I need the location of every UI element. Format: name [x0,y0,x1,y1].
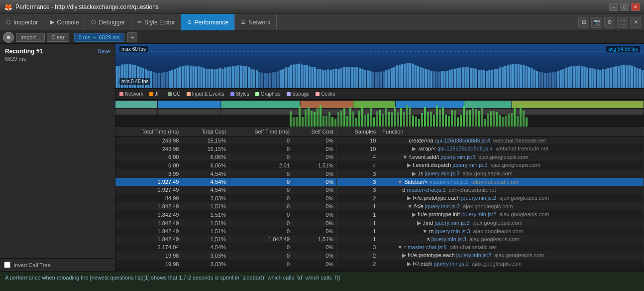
settings-button[interactable]: ⚙ [604,17,615,28]
tab-debugger-label: Debugger [99,19,125,26]
cell-self-cost: 1,51% [293,161,337,169]
file-link[interactable]: qui-126d38cdd8d6.js:4 [435,138,490,144]
timeline-chart[interactable]: max 60 fps min 0.46 fps avg 54.58 fps [115,44,644,89]
maximize-button[interactable]: □ [620,3,629,11]
cell-samples: 2 [337,260,379,268]
file-link[interactable]: qui-126d38cdd8d6.js:4 [437,146,493,151]
cell-function[interactable]: s jquery.min.js:3ajax.googleapis.com [379,235,644,243]
clear-button[interactable]: Clear [47,33,69,42]
expand-arrow[interactable]: ▼ [397,244,403,250]
expand-arrow[interactable]: ▶ [417,220,421,226]
table-row[interactable]: 243,9815,15%00%10▶.wrap/< qui-126d38cdd8… [115,145,644,153]
file-link[interactable]: jquery.min.js:3 [431,236,466,242]
expand-arrow[interactable]: ▶ [412,211,416,217]
tab-style-editor[interactable]: ✏ Style Editor [131,14,181,30]
cell-function[interactable]: ▶.wrap/< qui-126d38cdd8d6.js:4webchat.fr… [379,145,644,153]
file-link[interactable]: jquery.min.js:2 [425,203,460,209]
file-link[interactable]: jquery.min.js:2 [434,261,469,267]
file-link[interactable]: jquery.min.js:3 [440,154,475,160]
flame-chart[interactable] [115,100,644,127]
cell-function[interactable]: .create/</a qui-126d38cdd8d6.js:4webchat… [379,137,644,145]
expand-arrow[interactable]: ▼ [397,179,403,185]
record-button[interactable]: ⏺ [3,32,14,43]
expand-arrow[interactable]: ▶ [412,146,416,151]
expand-arrow[interactable]: ▼ [402,154,408,160]
file-link[interactable]: master-chat.js:1 [429,179,468,185]
col-function[interactable]: Function [379,127,644,137]
table-row[interactable]: 19,983,03%00%2▶f</e.prototype.each jquer… [115,251,644,260]
close-devtools-button[interactable]: ✕ [630,17,641,28]
call-tree-table[interactable]: Total Time (ms) Total Cost Self Time (ms… [115,127,644,271]
cell-function[interactable]: ▶f</e.prototype.init jquery.min.js:2ajax… [379,210,644,219]
table-row[interactable]: 1.842,491,51%00%1▶.find jquery.min.js:3a… [115,219,644,227]
file-link[interactable]: jquery.min.js:2 [456,252,491,258]
col-samples[interactable]: Samples [337,127,379,137]
tab-performance[interactable]: ⊙ Performance [181,14,235,30]
cell-function[interactable]: ▼f</e jquery.min.js:2ajax.googleapis.com [379,202,644,210]
file-link[interactable]: jquery.min.js:3 [452,162,487,168]
table-row[interactable]: 1.842,491,51%1.842,491,51%1s jquery.min.… [115,235,644,243]
expand-arrow[interactable]: ▶ [402,252,406,258]
table-row[interactable]: 243,9815,15%00%10.create/</a qui-126d38c… [115,137,644,145]
cell-function[interactable]: ▶f</.each jquery.min.js:2ajax.googleapis… [379,260,644,268]
cell-function[interactable]: ▶f</e.prototype.each jquery.min.js:2ajax… [379,251,644,260]
table-row[interactable]: 1.842,491,51%00%1▶f</e.prototype.init jq… [115,210,644,219]
cell-function[interactable]: ▶f</e.prototype.each jquery.min.js:2ajax… [379,194,644,202]
file-link[interactable]: jquery.min.js:2 [461,195,496,201]
cell-samples: 1 [337,219,379,227]
invert-call-tree-label[interactable]: Invert Call Tree [13,262,51,268]
cell-function[interactable]: ▶.find jquery.min.js:3ajax.googleapis.co… [379,219,644,227]
col-self-cost[interactable]: Self Cost [293,127,337,137]
cell-function[interactable]: ▼Sidebar/< master-chat.js:1cdn-chat.ssta… [379,178,644,186]
cell-total-time: 19,98 [115,251,182,260]
file-link[interactable]: master-chat.js:6 [408,244,446,250]
expand-arrow[interactable]: ▶ [407,261,411,267]
minimize-button[interactable]: – [609,3,618,11]
tab-network[interactable]: ☰ Network [235,14,277,30]
file-link[interactable]: jquery.min.js:3 [434,220,469,226]
table-row[interactable]: 6,006,06%2,011,51%4▶f.event.dispatch jqu… [115,161,644,169]
storage-color-dot [287,92,291,96]
invert-call-tree-checkbox[interactable] [4,262,10,268]
file-link[interactable]: master-chat.js:1 [407,187,445,193]
table-row[interactable]: 2.174,044,54%00%3▼r master-chat.js:6cdn-… [115,243,644,251]
expand-arrow[interactable]: ▼ [422,228,428,234]
cell-function[interactable]: ▼r master-chat.js:6cdn-chat.sstatic.net [379,243,644,251]
cell-self-time: 0 [229,153,293,161]
col-total-time[interactable]: Total Time (ms) [115,127,182,137]
expand-arrow[interactable]: ▶ [407,162,411,168]
screenshot-button[interactable]: 📷 [591,17,602,28]
tab-inspector[interactable]: ⬡ Inspector [0,14,44,30]
tab-debugger[interactable]: ⬡ Debugger [85,14,131,30]
cell-function[interactable]: ▶f.event.dispatch jquery.min.js:3ajax.go… [379,161,644,169]
table-row[interactable]: 84,993,03%00%2▶f</e.prototype.each jquer… [115,194,644,202]
responsive-design-button[interactable]: ⊞ [578,17,589,28]
table-row[interactable]: 3,994,54%00%3▶.is jquery.min.js:3ajax.go… [115,169,644,178]
table-row[interactable]: 1.842,491,51%00%1▼f</e jquery.min.js:2aj… [115,202,644,210]
col-total-cost[interactable]: Total Cost [182,127,229,137]
expand-arrow[interactable]: ▼ [407,203,413,209]
function-name: .is [418,170,425,176]
file-link[interactable]: jquery.min.js:3 [425,170,459,176]
cell-function[interactable]: ▶.is jquery.min.js:3ajax.googleapis.com [379,169,644,178]
expand-arrow[interactable]: ▶ [412,170,416,176]
cell-function[interactable]: ▼m jquery.min.js:3ajax.googleapis.com [379,227,644,235]
file-link[interactable]: jquery.min.js:3 [435,228,470,234]
col-self-time[interactable]: Self Time (ms) [229,127,293,137]
table-row[interactable]: 1.927,494,54%00%3d master-chat.js:1cdn-c… [115,186,644,194]
cell-function[interactable]: d master-chat.js:1cdn-chat.sstatic.net [379,186,644,194]
save-button[interactable]: Save [98,48,110,54]
table-row[interactable]: 1.927,494,54%00%3▼Sidebar/< master-chat.… [115,178,644,186]
table-row[interactable]: 1.842,491,51%00%1▼m jquery.min.js:3ajax.… [115,227,644,235]
import-button[interactable]: Import... [16,33,45,42]
table-row[interactable]: 6,006,06%00%4▼f.event.add/i jquery.min.j… [115,153,644,161]
tab-console[interactable]: ▶ Console [44,14,85,30]
dock-button[interactable]: ⬚ [617,17,628,28]
file-link[interactable]: jquery.min.js:2 [461,211,496,217]
cell-function[interactable]: ▼f.event.add/i jquery.min.js:3ajax.googl… [379,153,644,161]
close-button[interactable]: ✕ [631,3,640,11]
table-row[interactable]: 19,983,03%00%2▶f</.each jquery.min.js:2a… [115,260,644,268]
cell-samples: 3 [337,186,379,194]
expand-arrow[interactable]: ▶ [407,195,411,201]
add-recording-button[interactable]: + [127,32,137,42]
